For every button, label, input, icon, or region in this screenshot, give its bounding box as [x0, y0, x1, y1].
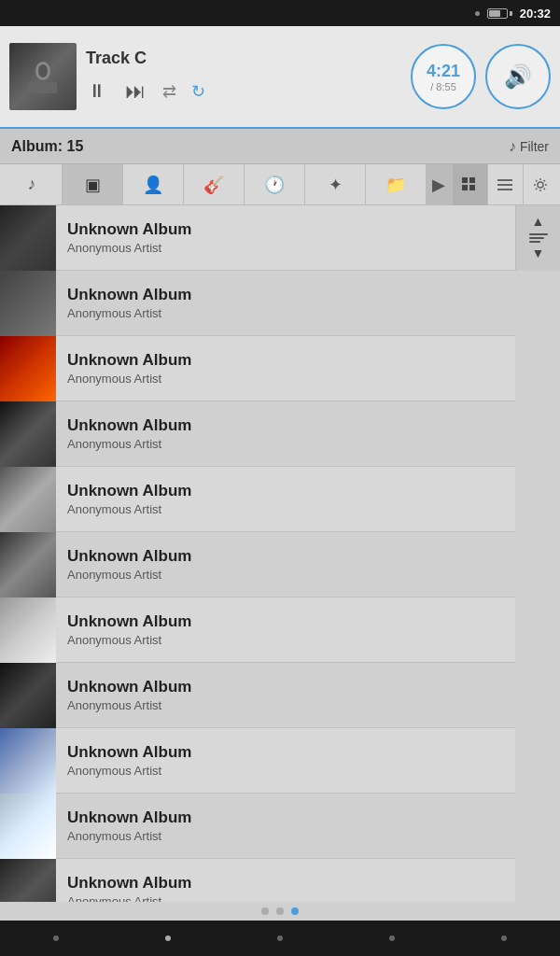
svg-point-10: [538, 182, 543, 188]
album-count: Album: 15: [11, 138, 503, 155]
bottom-nav-dot-3[interactable]: [277, 935, 283, 941]
album-artist: Anonymous Artist: [67, 764, 504, 778]
battery-icon: [487, 8, 512, 19]
sort-up-button[interactable]: ▲: [532, 213, 545, 232]
filter-label: Filter: [520, 139, 549, 154]
album-item[interactable]: Unknown AlbumAnonymous Artist: [0, 794, 515, 859]
album-name: Unknown Album: [67, 351, 504, 370]
tab-play[interactable]: ▶: [427, 164, 452, 204]
album-info: Unknown AlbumAnonymous Artist: [56, 678, 515, 712]
page-dot-1[interactable]: [261, 907, 269, 915]
page-dot-3[interactable]: [291, 907, 299, 915]
svg-rect-12: [0, 271, 56, 336]
album-item[interactable]: Unknown AlbumAnonymous Artist: [0, 401, 515, 467]
tab-notes[interactable]: ♪: [2, 164, 63, 204]
album-info: Unknown AlbumAnonymous Artist: [56, 286, 515, 320]
volume-circle[interactable]: 🔊: [485, 44, 551, 109]
album-artist: Anonymous Artist: [67, 437, 504, 451]
view-controls: [452, 164, 558, 204]
thumb-art: [0, 794, 56, 859]
album-thumbnail: [0, 271, 56, 336]
album-item[interactable]: Unknown AlbumAnonymous Artist: [0, 271, 515, 336]
thumb-art: [0, 663, 56, 728]
tab-clock[interactable]: 🕐: [245, 164, 305, 204]
notes-icon: ♪: [28, 175, 36, 194]
player-controls: ⏸ ⏭ ⇄ ↻: [86, 77, 401, 105]
bottom-nav-dot-4[interactable]: [389, 935, 395, 941]
thumb-art: [0, 401, 56, 467]
tab-guitar[interactable]: 🎸: [184, 164, 245, 204]
album-name: Unknown Album: [67, 678, 504, 696]
nav-tabs: ♪ ▣ 👤 🎸 🕐 ✦ 📁 ▶: [0, 164, 560, 205]
page-dots: [0, 902, 560, 921]
svg-rect-5: [462, 185, 468, 190]
settings-icon: [533, 177, 548, 192]
status-time: 20:32: [520, 7, 551, 21]
filter-button[interactable]: ♪ Filter: [509, 138, 549, 155]
svg-rect-2: [29, 82, 57, 93]
album-name: Unknown Album: [67, 743, 504, 762]
timer-total: / 8:55: [430, 81, 456, 92]
page-dot-2[interactable]: [276, 907, 284, 915]
album-thumbnail: [0, 532, 56, 598]
tab-person[interactable]: 👤: [123, 164, 184, 204]
settings-button[interactable]: [523, 164, 558, 205]
tab-star[interactable]: ✦: [305, 164, 366, 204]
bottom-nav-dot-1[interactable]: [53, 935, 59, 941]
shuffle-button[interactable]: ⇄: [162, 81, 176, 102]
status-dot: [475, 11, 480, 16]
svg-rect-3: [462, 177, 468, 183]
svg-rect-18: [0, 663, 56, 728]
timer-current: 4:21: [427, 62, 460, 81]
album-info: Unknown AlbumAnonymous Artist: [56, 743, 515, 778]
player-info: Track C ⏸ ⏭ ⇄ ↻: [86, 49, 401, 105]
tab-album[interactable]: ▣: [63, 164, 123, 204]
bottom-nav-dot-2[interactable]: [165, 935, 171, 941]
album-thumbnail: [0, 401, 56, 467]
grid-icon: [462, 177, 477, 192]
svg-point-1: [38, 64, 48, 77]
album-name: Unknown Album: [67, 416, 504, 435]
svg-rect-17: [0, 598, 56, 663]
album-item[interactable]: Unknown AlbumAnonymous Artist: [0, 663, 515, 728]
album-info: Unknown AlbumAnonymous Artist: [56, 808, 515, 843]
album-info: Unknown AlbumAnonymous Artist: [56, 612, 515, 647]
play-icon: ▶: [432, 175, 445, 195]
folder-icon: 📁: [385, 175, 406, 195]
thumb-art: [0, 598, 56, 663]
album-thumbnail: [0, 336, 56, 401]
album-item[interactable]: Unknown AlbumAnonymous Artist: [0, 467, 515, 532]
album-thumbnail: [0, 205, 56, 271]
repeat-button[interactable]: ↻: [191, 81, 205, 102]
sort-down-button[interactable]: ▼: [532, 245, 545, 263]
album-item[interactable]: Unknown AlbumAnonymous Artist: [0, 336, 515, 401]
album-item[interactable]: Unknown AlbumAnonymous Artist: [0, 532, 515, 598]
pause-button[interactable]: ⏸: [86, 78, 108, 104]
album-name: Unknown Album: [67, 286, 504, 304]
filter-music-icon: ♪: [509, 138, 516, 155]
player-bar: Track C ⏸ ⏭ ⇄ ↻ 4:21 / 8:55 🔊: [0, 26, 560, 129]
album-art-main: [9, 43, 77, 110]
album-artist: Anonymous Artist: [67, 306, 504, 320]
album-artist: Anonymous Artist: [67, 633, 504, 647]
album-artist: Anonymous Artist: [67, 698, 504, 712]
album-item[interactable]: Unknown AlbumAnonymous Artist: [0, 205, 515, 271]
album-artist: Anonymous Artist: [67, 372, 504, 386]
list-view-button[interactable]: [487, 164, 523, 205]
album-artist: Anonymous Artist: [67, 568, 504, 582]
svg-rect-11: [0, 205, 56, 271]
next-button[interactable]: ⏭: [123, 77, 147, 105]
timer-circle[interactable]: 4:21 / 8:55: [411, 44, 476, 109]
album-item[interactable]: Unknown AlbumAnonymous Artist: [0, 728, 515, 794]
album-info: Unknown AlbumAnonymous Artist: [56, 220, 515, 255]
thumb-art: [0, 271, 56, 336]
album-item[interactable]: Unknown AlbumAnonymous Artist: [0, 598, 515, 663]
album-thumbnail: [0, 663, 56, 728]
grid-view-button[interactable]: [452, 164, 487, 205]
album-name: Unknown Album: [67, 547, 504, 566]
bottom-nav-dot-5[interactable]: [501, 935, 507, 941]
album-icon: ▣: [85, 175, 101, 195]
thumb-art: [0, 532, 56, 598]
tab-folder[interactable]: 📁: [366, 164, 427, 204]
album-artist: Anonymous Artist: [67, 502, 504, 516]
